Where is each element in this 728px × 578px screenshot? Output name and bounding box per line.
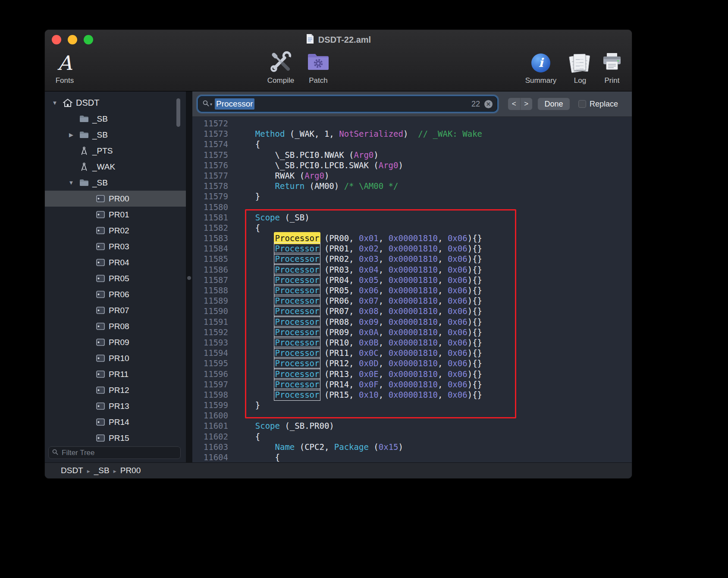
sidebar-item-dsdt[interactable]: ▼DSDT (45, 95, 186, 111)
replace-checkbox[interactable] (578, 100, 586, 108)
done-button[interactable]: Done (537, 97, 570, 110)
pane-splitter[interactable] (186, 91, 192, 462)
code-lines: 1157211573 Method (_WAK, 1, NotSerialize… (192, 118, 632, 462)
code-line: 11585 Processor (PR02, 0x03, 0x00001810,… (192, 254, 632, 264)
screen-background: DSDT-22.aml A Fonts (0, 0, 728, 578)
processor-icon (94, 291, 107, 298)
find-nav-segment: < > (508, 97, 533, 110)
line-number: 11599 (192, 400, 228, 410)
summary-label: Summary (523, 76, 559, 85)
log-button[interactable]: Log (567, 50, 593, 85)
sidebar-item-pr07[interactable]: PR07 (45, 302, 186, 318)
processor-icon (94, 211, 107, 218)
find-match: Processor (275, 286, 320, 295)
compile-label: Compile (260, 76, 301, 85)
code-line: 11589 Processor (PR06, 0x07, 0x00001810,… (192, 295, 632, 306)
filter-tree-input[interactable] (61, 448, 177, 458)
processor-icon (94, 323, 107, 330)
chevron-down-icon[interactable]: ▾ (210, 102, 212, 107)
find-input[interactable]: ▾ Processor 22 ✕ (198, 96, 497, 112)
sidebar-item-pr14[interactable]: PR14 (45, 414, 186, 430)
find-match: Processor (275, 327, 320, 337)
summary-button[interactable]: i Summary (523, 50, 559, 85)
find-match: Processor (275, 380, 320, 389)
breadcrumb-item[interactable]: PR00 (120, 466, 141, 475)
print-button[interactable]: Print (598, 50, 626, 85)
processor-icon (94, 418, 107, 426)
search-icon (203, 100, 209, 108)
code-line: 11576 \_SB.PCI0.LPCB.SWAK (Arg0) (192, 160, 632, 170)
tree-item-label: PR01 (109, 210, 129, 220)
find-next-button[interactable]: > (521, 98, 533, 110)
sidebar-item-pr00[interactable]: PR00 (45, 191, 186, 207)
window-title: DSDT-22.aml (318, 35, 371, 45)
sidebar-item-pr01[interactable]: PR01 (45, 207, 186, 223)
sidebar-item-pr15[interactable]: PR15 (45, 430, 186, 446)
sidebar-item-sb[interactable]: ▼_SB (45, 175, 186, 191)
titlebar: DSDT-22.aml (45, 30, 632, 50)
line-number: 11583 (192, 233, 228, 243)
current-find-match: Processor (275, 233, 320, 243)
line-number: 11581 (192, 212, 228, 223)
sidebar-item-pts[interactable]: _PTS (45, 143, 186, 159)
clear-search-icon[interactable]: ✕ (484, 100, 493, 108)
compile-button[interactable]: Compile (260, 50, 301, 85)
sidebar-item-pr13[interactable]: PR13 (45, 398, 186, 414)
code-line: 11573 Method (_WAK, 1, NotSerialized) //… (192, 129, 632, 139)
sidebar-item-pr04[interactable]: PR04 (45, 254, 186, 270)
tree-item-label: _PTS (92, 146, 113, 156)
disclosure-down-icon[interactable]: ▼ (65, 179, 78, 186)
sidebar-item-pr05[interactable]: PR05 (45, 270, 186, 286)
disclosure-right-icon[interactable]: ▶ (65, 132, 78, 138)
line-number: 11602 (192, 431, 228, 442)
code-line: 11590 Processor (PR07, 0x08, 0x00001810,… (192, 306, 632, 316)
line-number: 11584 (192, 243, 228, 254)
tree-item-label: PR11 (109, 370, 129, 379)
sidebar-item-sb[interactable]: _SB (45, 111, 186, 127)
code-line: 11595 Processor (PR12, 0x0D, 0x00001810,… (192, 358, 632, 368)
search-icon (52, 449, 58, 457)
toolbar: A Fonts (45, 50, 632, 91)
sidebar-item-pr11[interactable]: PR11 (45, 366, 186, 382)
sidebar-item-sb[interactable]: ▶_SB (45, 127, 186, 143)
disclosure-down-icon[interactable]: ▼ (48, 100, 61, 106)
patch-button[interactable]: Patch (302, 50, 334, 85)
tree-item-label: _SB (92, 178, 108, 188)
log-label: Log (567, 76, 593, 85)
window-header: DSDT-22.aml A Fonts (45, 30, 632, 91)
code-line: 11598 Processor (PR15, 0x10, 0x00001810,… (192, 390, 632, 400)
sidebar-item-pr10[interactable]: PR10 (45, 350, 186, 366)
sidebar-item-pr03[interactable]: PR03 (45, 239, 186, 254)
line-number: 11590 (192, 306, 228, 316)
sidebar-item-pr06[interactable]: PR06 (45, 286, 186, 302)
sidebar-item-pr02[interactable]: PR02 (45, 223, 186, 239)
find-bar: ▾ Processor 22 ✕ < > Done Replace (192, 91, 632, 117)
processor-icon (94, 243, 107, 250)
find-previous-button[interactable]: < (508, 98, 521, 110)
breadcrumb-item[interactable]: DSDT (61, 466, 83, 475)
find-match: Processor (275, 348, 320, 358)
document-icon (306, 34, 314, 46)
sidebar-scrollbar-thumb[interactable] (176, 98, 180, 127)
processor-icon (94, 227, 107, 234)
find-match: Processor (275, 338, 320, 347)
sidebar-item-pr09[interactable]: PR09 (45, 334, 186, 350)
line-number: 11604 (192, 452, 228, 462)
processor-icon (94, 275, 107, 282)
patch-label: Patch (302, 76, 334, 85)
line-number: 11600 (192, 410, 228, 421)
summary-info-icon: i (531, 53, 550, 72)
sidebar-item-pr08[interactable]: PR08 (45, 318, 186, 334)
line-number: 11586 (192, 264, 228, 275)
sidebar-item-pr12[interactable]: PR12 (45, 382, 186, 398)
fonts-label: Fonts (49, 76, 80, 85)
breadcrumb-item[interactable]: _SB (94, 466, 110, 475)
code-editor[interactable]: 1157211573 Method (_WAK, 1, NotSerialize… (192, 117, 632, 462)
sidebar-item-wak[interactable]: _WAK (45, 159, 186, 175)
tree-item-label: _SB (92, 114, 108, 124)
line-number: 11597 (192, 379, 228, 390)
line-number: 11592 (192, 327, 228, 337)
code-line: 11594 Processor (PR11, 0x0C, 0x00001810,… (192, 348, 632, 358)
fonts-button[interactable]: A Fonts (49, 50, 80, 85)
line-number: 11593 (192, 337, 228, 348)
